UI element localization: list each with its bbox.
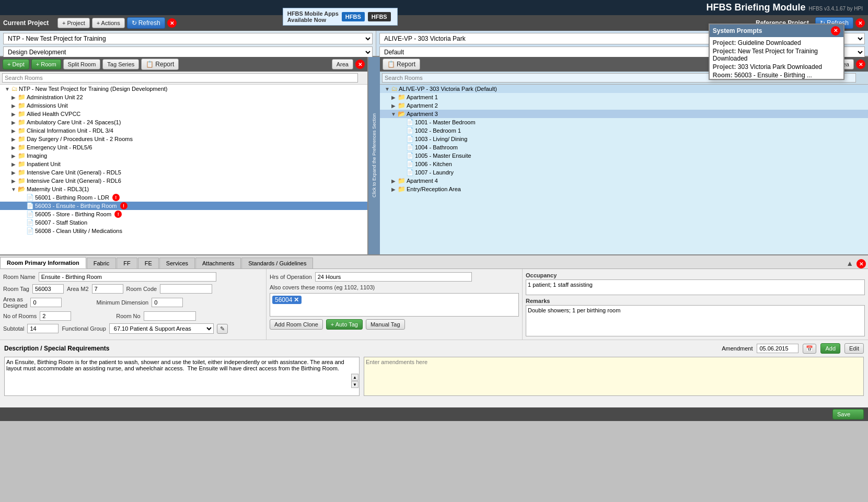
tree-item-ambulatory[interactable]: ▶ 📁 Ambulatory Care Unit - 24 Spaces(1) [0, 118, 367, 126]
hfbs-btn-2[interactable]: HFBS [368, 12, 391, 21]
right-tree-1005[interactable]: 📄 1005 - Master Ensuite [380, 151, 868, 160]
tab-room-primary[interactable]: Room Primary Information [0, 257, 86, 268]
alert-56003: ! [120, 202, 128, 209]
btn-refresh-left[interactable]: ↻ Refresh [127, 17, 165, 29]
tree-item-56008[interactable]: 📄 56008 - Clean Utility / Medications [0, 227, 367, 235]
amendment-textarea[interactable] [364, 357, 864, 396]
tree-item-maternity[interactable]: ▼ 📂 Maternity Unit - RDL3(1) [0, 185, 367, 193]
tab-fe[interactable]: FE [138, 258, 159, 268]
tab-fabric[interactable]: Fabric [87, 258, 117, 268]
right-tree-1002[interactable]: 📄 1002 - Bedroom 1 [380, 126, 868, 135]
room-code-input[interactable] [160, 284, 212, 294]
no-of-rooms-input[interactable] [40, 311, 71, 321]
also-covers-tags[interactable]: 56004 ✕ [270, 293, 519, 317]
btn-auto-tag[interactable]: + Auto Tag [326, 319, 363, 330]
btn-edit[interactable]: Edit [844, 343, 864, 354]
right-tree-entry[interactable]: ▶ 📁 Entry/Reception Area [380, 185, 868, 193]
description-textarea[interactable] [4, 357, 360, 396]
room-no-input[interactable] [144, 311, 196, 321]
right-tree-root[interactable]: ▼ 🗂 ALIVE-VP - 303 Victoria Park (Defaul… [380, 85, 868, 93]
btn-dept[interactable]: + Dept [3, 59, 29, 69]
tree-item-inpatient[interactable]: ▶ 📁 Inpatient Unit [0, 160, 367, 168]
tree-item-56005[interactable]: 📄 56005 - Store - Birthing Room ! [0, 210, 367, 218]
hrs-of-operation-input[interactable] [315, 272, 472, 282]
right-tree-apt4[interactable]: ▶ 📁 Apartment 4 [380, 177, 868, 185]
btn-collapse-panel[interactable]: ▲ [843, 258, 857, 268]
room-icon-1001: 📄 [406, 119, 414, 126]
btn-calendar[interactable]: 📅 [803, 344, 816, 354]
label-1005: 1005 - Master Ensuite [415, 153, 471, 159]
tree-item-56003[interactable]: 📄 56003 - Ensuite - Birthing Room ! [0, 202, 367, 210]
hfbs-btn-1[interactable]: HFBS [342, 12, 365, 21]
tree-item-daysurgery[interactable]: ▶ 📁 Day Surgery / Procedures Unit - 2 Ro… [0, 135, 367, 143]
room-name-input[interactable] [39, 272, 216, 282]
btn-close-tree-left[interactable]: ✕ [355, 60, 365, 69]
tree-item-imaging[interactable]: ▶ 📁 Imaging [0, 151, 367, 160]
btn-close-right-tree[interactable]: ✕ [856, 60, 865, 69]
desc-scroll-down[interactable]: ▼ [351, 381, 358, 388]
btn-room[interactable]: + Room [31, 59, 61, 69]
tab-standards[interactable]: Standards / Guidelines [241, 258, 313, 268]
arrow-admin22: ▶ [10, 95, 17, 100]
btn-add[interactable]: Add [820, 343, 840, 354]
btn-close-left[interactable]: ✕ [167, 18, 177, 28]
area-as-designed-input[interactable] [30, 298, 62, 307]
right-tree-apt3[interactable]: ▼ 📂 Apartment 3 [380, 110, 868, 118]
tree-item-56001[interactable]: 📄 56001 - Birthing Room - LDR ! [0, 193, 367, 202]
right-tree-1003[interactable]: 📄 1003 - Living/ Dining [380, 135, 868, 143]
remarks-textarea[interactable] [526, 305, 865, 336]
btn-tag-series[interactable]: Tag Series [102, 59, 139, 69]
tree-item-icu5[interactable]: ▶ 📁 Intensive Care Unit (General) - RDL5 [0, 168, 367, 177]
expand-preferences-sidebar[interactable]: Click to Expand the Preferences Section [368, 57, 380, 254]
btn-close-right[interactable]: ✕ [855, 18, 865, 28]
system-prompts-close[interactable]: ✕ [831, 26, 840, 36]
right-tree-1007[interactable]: 📄 1007 - Laundry [380, 168, 868, 177]
current-project-select[interactable]: NTP - New Test Project for Training [3, 33, 373, 44]
label-56003: 56003 - Ensuite - Birthing Room [35, 203, 117, 209]
btn-split-room[interactable]: Split Room [63, 59, 101, 69]
current-project-label: Current Project [3, 19, 55, 27]
tree-item-clinical[interactable]: ▶ 📁 Clinical Information Unit - RDL 3/4 [0, 126, 367, 135]
tab-services[interactable]: Services [159, 258, 195, 268]
tab-ff[interactable]: FF [117, 258, 137, 268]
tree-item-56007[interactable]: 📄 56007 - Staff Station [0, 218, 367, 227]
area-m2-input[interactable] [92, 284, 123, 294]
btn-area-left[interactable]: Area [332, 59, 353, 69]
right-tree-1001[interactable]: 📄 1001 - Master Bedroom [380, 118, 868, 126]
right-tree-apt1[interactable]: ▶ 📁 Apartment 1 [380, 93, 868, 101]
subtotal-input[interactable] [27, 324, 59, 333]
label-56005: 56005 - Store - Birthing Room [35, 211, 111, 217]
left-search-input[interactable] [2, 73, 358, 83]
right-tree-1006[interactable]: 📄 1006 - Kitchen [380, 160, 868, 168]
btn-actions[interactable]: + Actions [92, 18, 125, 28]
btn-manual-tag[interactable]: Manual Tag [366, 319, 405, 330]
right-tree-1004[interactable]: 📄 1004 - Bathroom [380, 143, 868, 151]
btn-edit-functional-group[interactable]: ✎ [217, 324, 228, 334]
tree-item-icu6[interactable]: ▶ 📁 Intensive Care Unit (General) - RDL6 [0, 177, 367, 185]
min-dimension-input[interactable] [152, 298, 183, 307]
tag-56004-remove[interactable]: ✕ [294, 296, 299, 303]
current-phase-select[interactable]: Design Development [3, 46, 373, 58]
room-tag-input[interactable] [32, 284, 64, 294]
btn-close-panel[interactable]: ✕ [857, 259, 866, 268]
btn-report-right[interactable]: 📋 Report [383, 59, 420, 70]
amendment-date-input[interactable] [757, 344, 798, 353]
btn-project[interactable]: + Project [57, 18, 90, 28]
functional-group-select[interactable]: 67.10 Patient & Support Areas [109, 323, 214, 334]
btn-report-left[interactable]: 📋 Report [141, 59, 179, 70]
tree-item-admin22[interactable]: ▶ 📁 Administration Unit 22 [0, 93, 367, 101]
btn-save[interactable]: Save [832, 409, 864, 419]
right-tree-apt2[interactable]: ▶ 📁 Apartment 2 [380, 101, 868, 110]
folder-allied: 📁 [18, 110, 26, 118]
tree-root[interactable]: ▼ 🗂 NTP - New Test Project for Training … [0, 85, 367, 93]
tree-item-admissions[interactable]: ▶ 📁 Admissions Unit [0, 101, 367, 110]
right-root-folder-icon: 🗂 [391, 85, 398, 92]
arrow-apt4: ▶ [390, 178, 397, 184]
tree-item-allied[interactable]: ▶ 📁 Allied Health CVPCC [0, 110, 367, 118]
desc-scroll-up[interactable]: ▲ [351, 373, 358, 380]
btn-add-room-clone[interactable]: Add Room Clone [270, 319, 323, 330]
tree-item-emergency[interactable]: ▶ 📁 Emergency Unit - RDL5/6 [0, 143, 367, 151]
tab-attachments[interactable]: Attachments [195, 258, 241, 268]
desc-scroll-btns: ▲ ▼ [351, 373, 358, 388]
folder-icu6: 📁 [18, 177, 26, 184]
